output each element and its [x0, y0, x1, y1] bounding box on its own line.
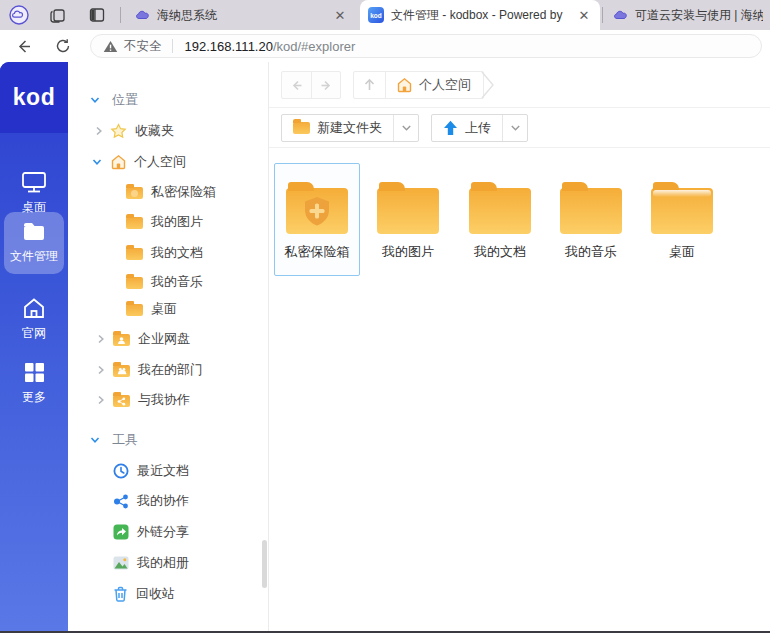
- folder-icon: [560, 181, 622, 234]
- new-folder-dropdown-button[interactable]: [393, 115, 418, 141]
- security-label[interactable]: 不安全: [124, 38, 162, 55]
- folder-icon: [126, 277, 143, 289]
- tree-item-personal-space[interactable]: 个人空间: [68, 148, 268, 176]
- upload-label: 上传: [465, 119, 491, 137]
- breadcrumb-row: 个人空间: [269, 62, 770, 108]
- history-back-button[interactable]: [282, 72, 311, 98]
- star-icon: [110, 123, 127, 139]
- address-divider: [172, 39, 173, 53]
- upload-dropdown-button[interactable]: [502, 115, 527, 141]
- tree-item-label: 最近文档: [137, 462, 189, 480]
- address-field[interactable]: 不安全 192.168.111.20/kod/#explorer: [90, 34, 762, 58]
- tree-item-my-collaboration[interactable]: 我的协作: [68, 487, 268, 515]
- folder-icon: [377, 181, 439, 234]
- tree-item-desktop[interactable]: 桌面: [68, 295, 268, 323]
- browser-logo-icon[interactable]: [8, 4, 30, 26]
- chevron-right-icon[interactable]: [96, 395, 106, 405]
- breadcrumb-group: 个人空间: [353, 71, 484, 99]
- tree-section-tools[interactable]: 工具: [68, 426, 268, 454]
- sidebar-item-official-site[interactable]: 官网: [4, 288, 64, 350]
- upload-arrow-icon: [443, 120, 458, 136]
- breadcrumb-chevron-icon: [481, 71, 495, 99]
- file-grid: 私密保险箱 我的图片 我的文档 我的音乐: [269, 148, 770, 631]
- url-host: 192.168.111.20: [185, 39, 273, 54]
- grid-icon: [23, 361, 46, 384]
- tree-item-label: 我的协作: [137, 492, 189, 510]
- file-tile-desktop[interactable]: 桌面: [639, 163, 725, 276]
- file-tile-my-music[interactable]: 我的音乐: [548, 163, 634, 276]
- tabbar-divider: [602, 7, 603, 23]
- chevron-right-icon[interactable]: [94, 126, 104, 136]
- tab-kodcloud-docs[interactable]: 可道云安装与使用 | 海纳思: [604, 0, 770, 30]
- tree-item-enterprise-disk[interactable]: 企业网盘: [68, 325, 268, 353]
- tree-item-label: 桌面: [151, 300, 177, 318]
- folder-tree-panel: 位置 收藏夹 个人空间 私密保险箱 我的图片 我: [68, 62, 268, 631]
- refresh-icon[interactable]: [52, 35, 74, 57]
- folder-icon: [21, 221, 47, 243]
- tab-stack-icon[interactable]: [46, 4, 68, 26]
- tree-item-my-music[interactable]: 我的音乐: [68, 268, 268, 296]
- share-nodes-icon: [113, 494, 129, 509]
- sidebar-item-label: 文件管理: [10, 248, 58, 265]
- back-icon[interactable]: [12, 35, 34, 57]
- sidebar-item-file-manager[interactable]: 文件管理: [4, 212, 64, 274]
- up-level-button[interactable]: [354, 72, 386, 98]
- toolbar-row: 新建文件夹 上传: [269, 108, 770, 148]
- file-explorer-main: 个人空间 新建文件夹: [268, 62, 770, 631]
- file-label: 我的文档: [474, 243, 526, 261]
- kodbox-page: kod 桌面 文件管理 官网 更多 位置: [0, 62, 770, 631]
- tree-item-recent-docs[interactable]: 最近文档: [68, 457, 268, 485]
- chevron-down-icon[interactable]: [92, 157, 102, 167]
- file-tile-my-documents[interactable]: 我的文档: [457, 163, 543, 276]
- tree-item-recycle-bin[interactable]: 回收站: [68, 580, 268, 608]
- sidebar-item-more[interactable]: 更多: [4, 352, 64, 414]
- file-label: 我的图片: [382, 243, 434, 261]
- tree-item-label: 外链分享: [137, 523, 189, 541]
- tree-item-my-album[interactable]: 我的相册: [68, 549, 268, 577]
- tree-item-external-share[interactable]: 外链分享: [68, 518, 268, 546]
- upload-split-button: 上传: [431, 114, 528, 142]
- tab-close-icon[interactable]: ✕: [576, 7, 592, 23]
- tree-item-label: 与我协作: [138, 391, 190, 409]
- file-label: 私密保险箱: [285, 243, 350, 261]
- history-forward-button[interactable]: [311, 72, 340, 98]
- file-tile-my-pictures[interactable]: 我的图片: [365, 163, 451, 276]
- new-folder-button[interactable]: 新建文件夹: [282, 115, 393, 141]
- folder-icon: [293, 122, 310, 134]
- folder-share-icon: [113, 395, 130, 407]
- tree-item-my-department[interactable]: 我在的部门: [68, 356, 268, 384]
- tab-title: 海纳思系统: [157, 7, 325, 24]
- tree-scrollbar-thumb[interactable]: [262, 540, 267, 588]
- tree-item-my-pictures[interactable]: 我的图片: [68, 208, 268, 236]
- sidebar-item-label: 官网: [22, 325, 46, 342]
- tree-item-safe-box[interactable]: 私密保险箱: [68, 178, 268, 206]
- cloud-favicon-icon: [134, 7, 150, 23]
- breadcrumb-segment-personal-space[interactable]: 个人空间: [386, 72, 483, 98]
- tab-panel-icon[interactable]: [86, 4, 108, 26]
- chevron-down-icon[interactable]: [90, 95, 100, 105]
- tab-kodbox-active[interactable]: kod 文件管理 - kodbox - Powered by ✕: [360, 0, 600, 30]
- tab-close-icon[interactable]: ✕: [332, 7, 348, 23]
- home-icon: [22, 297, 46, 320]
- tree-item-favorites[interactable]: 收藏夹: [68, 117, 268, 145]
- breadcrumb-label: 个人空间: [419, 76, 471, 94]
- chevron-right-icon[interactable]: [96, 334, 106, 344]
- chevron-down-icon[interactable]: [90, 435, 100, 445]
- folder-icon: [126, 304, 143, 316]
- file-tile-safe-box[interactable]: 私密保险箱: [274, 163, 360, 276]
- tab-hinas-system[interactable]: 海纳思系统 ✕: [126, 0, 356, 30]
- upload-button[interactable]: 上传: [432, 115, 502, 141]
- folder-safe-icon: [286, 181, 348, 234]
- url-path: /kod/#explorer: [273, 39, 355, 54]
- clock-icon: [113, 463, 129, 479]
- tree-item-label: 私密保险箱: [151, 183, 216, 201]
- external-link-icon: [113, 524, 129, 540]
- tree-item-label: 我的图片: [151, 213, 203, 231]
- tree-item-label: 我的相册: [137, 554, 189, 572]
- browser-address-bar: 不安全 192.168.111.20/kod/#explorer: [0, 30, 770, 62]
- chevron-right-icon[interactable]: [96, 365, 106, 375]
- tree-item-my-documents[interactable]: 我的文档: [68, 239, 268, 267]
- sidebar-item-label: 更多: [22, 389, 46, 406]
- tree-section-location[interactable]: 位置: [68, 86, 268, 114]
- tree-item-shared-with-me[interactable]: 与我协作: [68, 386, 268, 414]
